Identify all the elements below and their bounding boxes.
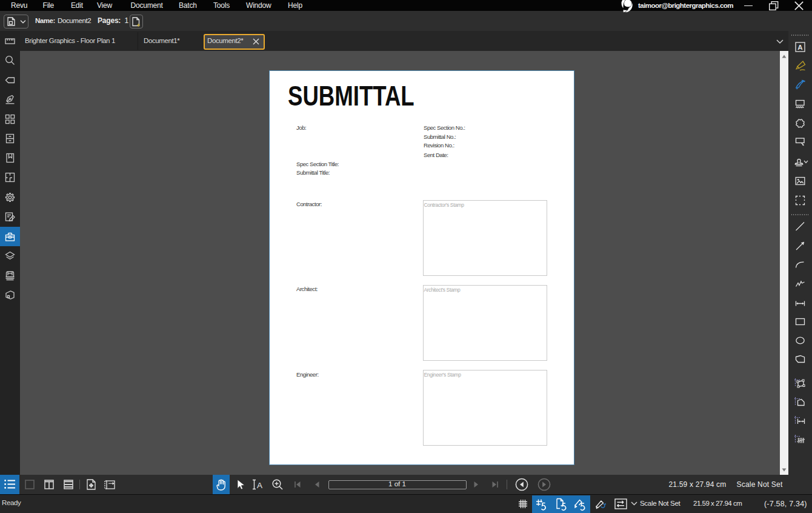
svg-text:A: A — [257, 481, 262, 490]
svg-text:A: A — [797, 43, 802, 50]
